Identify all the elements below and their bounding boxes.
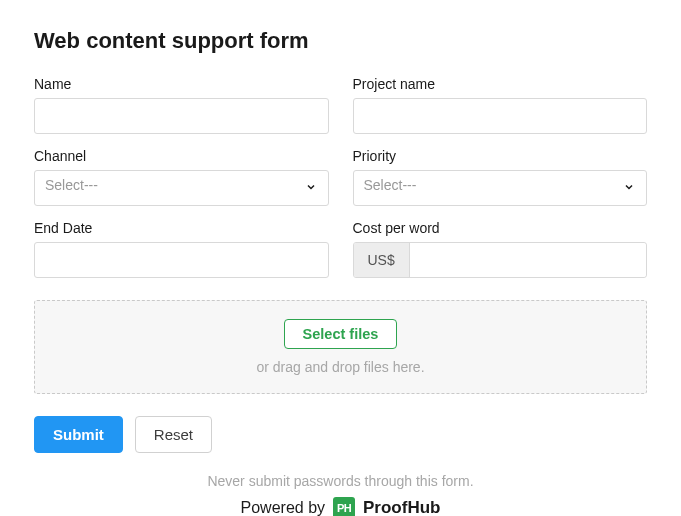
cost-input-group: US$ <box>353 242 648 278</box>
end-date-input[interactable] <box>34 242 329 278</box>
form-title: Web content support form <box>34 28 647 54</box>
channel-select-wrap[interactable]: Select--- <box>34 170 329 206</box>
form-grid: Name Project name Channel Select--- Prio… <box>34 76 647 278</box>
priority-label: Priority <box>353 148 648 164</box>
powered-by: Powered by PH ProofHub <box>34 497 647 516</box>
cost-field: Cost per word US$ <box>353 220 648 278</box>
priority-field: Priority Select--- <box>353 148 648 206</box>
name-input[interactable] <box>34 98 329 134</box>
dropzone-hint: or drag and drop files here. <box>256 359 424 375</box>
name-label: Name <box>34 76 329 92</box>
currency-addon: US$ <box>354 243 410 277</box>
powered-label: Powered by <box>241 499 326 516</box>
reset-button[interactable]: Reset <box>135 416 212 453</box>
project-input[interactable] <box>353 98 648 134</box>
project-field: Project name <box>353 76 648 134</box>
channel-select[interactable]: Select--- <box>34 170 329 206</box>
footer-note: Never submit passwords through this form… <box>34 473 647 489</box>
select-files-button[interactable]: Select files <box>284 319 398 349</box>
name-field: Name <box>34 76 329 134</box>
form-footer: Never submit passwords through this form… <box>34 473 647 516</box>
priority-select-wrap[interactable]: Select--- <box>353 170 648 206</box>
end-date-label: End Date <box>34 220 329 236</box>
submit-button[interactable]: Submit <box>34 416 123 453</box>
proofhub-name: ProofHub <box>363 498 440 516</box>
priority-select[interactable]: Select--- <box>353 170 648 206</box>
channel-field: Channel Select--- <box>34 148 329 206</box>
end-date-field: End Date <box>34 220 329 278</box>
proofhub-logo-icon: PH <box>333 497 355 516</box>
file-dropzone[interactable]: Select files or drag and drop files here… <box>34 300 647 394</box>
cost-label: Cost per word <box>353 220 648 236</box>
project-label: Project name <box>353 76 648 92</box>
channel-label: Channel <box>34 148 329 164</box>
form-actions: Submit Reset <box>34 416 647 453</box>
cost-input[interactable] <box>410 243 646 277</box>
